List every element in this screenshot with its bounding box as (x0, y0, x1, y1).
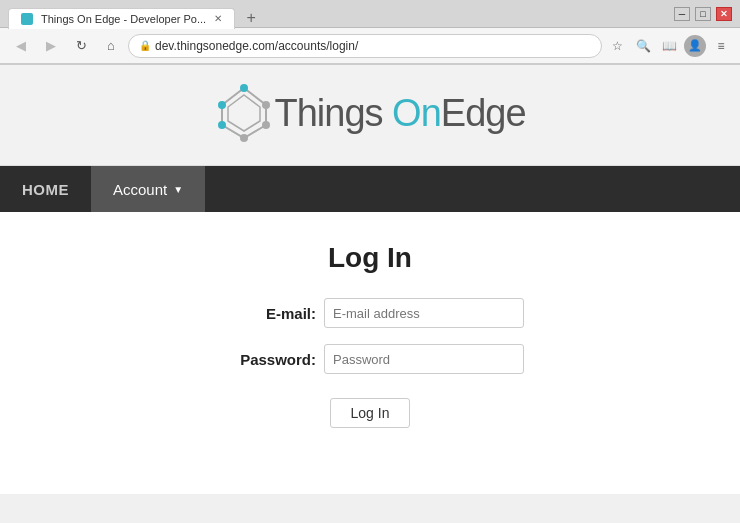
logo-area: Things OnEdge (0, 65, 740, 166)
title-bar: Things On Edge - Developer Po... ✕ + ─ □… (0, 0, 740, 28)
email-label: E-mail: (216, 305, 316, 322)
close-button[interactable]: ✕ (716, 7, 732, 21)
logo-edge-word: Edge (441, 92, 526, 134)
toolbar-icons: ☆ 🔍 📖 👤 ≡ (606, 35, 732, 57)
reload-button[interactable]: ↻ (68, 33, 94, 59)
tab-title: Things On Edge - Developer Po... (41, 13, 206, 25)
navbar: HOME Account ▼ (0, 166, 740, 212)
maximize-button[interactable]: □ (695, 7, 711, 21)
logo-container: Things OnEdge (214, 83, 525, 143)
website-content: Things OnEdge HOME Account ▼ Log In E-ma… (0, 65, 740, 494)
browser-toolbar: ◀ ▶ ↻ ⌂ 🔒 dev.thingsonedge.com/accounts/… (0, 28, 740, 64)
back-button[interactable]: ◀ (8, 33, 34, 59)
minimize-button[interactable]: ─ (674, 7, 690, 21)
browser-chrome: Things On Edge - Developer Po... ✕ + ─ □… (0, 0, 740, 65)
password-label: Password: (216, 351, 316, 368)
chevron-down-icon: ▼ (173, 184, 183, 195)
tab-close-button[interactable]: ✕ (214, 13, 222, 24)
svg-point-3 (218, 101, 226, 109)
svg-point-2 (240, 84, 248, 92)
browser-tab[interactable]: Things On Edge - Developer Po... ✕ (8, 8, 235, 29)
password-input[interactable] (324, 344, 524, 374)
svg-point-6 (262, 121, 270, 129)
email-row: E-mail: (216, 298, 524, 328)
logo-on-word: On (392, 92, 441, 134)
nav-home-link[interactable]: HOME (0, 166, 91, 212)
svg-point-4 (218, 121, 226, 129)
lock-icon: 🔒 (139, 40, 151, 51)
bookmarks-icon[interactable]: 📖 (658, 35, 680, 57)
forward-button[interactable]: ▶ (38, 33, 64, 59)
logo-text: Things OnEdge (274, 92, 525, 135)
user-avatar[interactable]: 👤 (684, 35, 706, 57)
logo-things: Things (274, 92, 392, 134)
svg-marker-1 (228, 95, 260, 131)
address-text: dev.thingsonedge.com/accounts/login/ (155, 39, 358, 53)
tab-bar: Things On Edge - Developer Po... ✕ + (8, 0, 674, 29)
login-section: Log In E-mail: Password: Log In (0, 212, 740, 448)
tab-favicon (21, 13, 33, 25)
svg-point-5 (240, 134, 248, 142)
nav-account-menu[interactable]: Account ▼ (91, 166, 205, 212)
nav-account-label: Account (113, 181, 167, 198)
address-bar[interactable]: 🔒 dev.thingsonedge.com/accounts/login/ (128, 34, 602, 58)
login-button[interactable]: Log In (330, 398, 411, 428)
password-row: Password: (216, 344, 524, 374)
bookmark-star-icon[interactable]: ☆ (606, 35, 628, 57)
svg-point-7 (262, 101, 270, 109)
email-input[interactable] (324, 298, 524, 328)
login-title: Log In (328, 242, 412, 274)
new-tab-button[interactable]: + (239, 7, 263, 29)
menu-icon[interactable]: ≡ (710, 35, 732, 57)
home-button[interactable]: ⌂ (98, 33, 124, 59)
window-controls: ─ □ ✕ (674, 7, 732, 21)
search-icon[interactable]: 🔍 (632, 35, 654, 57)
logo-icon (214, 83, 274, 143)
